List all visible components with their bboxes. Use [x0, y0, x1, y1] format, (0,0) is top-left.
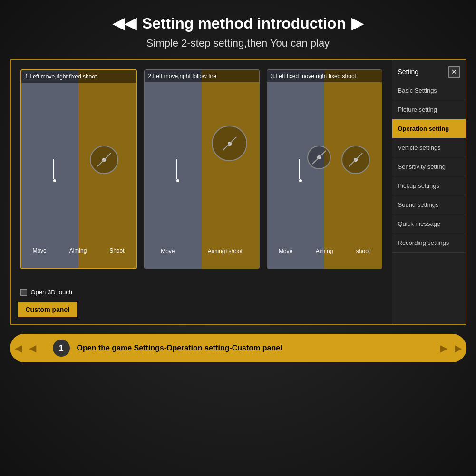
aim-inner-2 — [228, 142, 232, 146]
main-content: 1.Left move,right fixed shoot Move Aim — [11, 60, 392, 324]
option-1-bottom: Move Aiming Shoot — [21, 247, 136, 254]
option-2-label: 2.Left move,right follow fire — [145, 70, 259, 82]
sidebar-item-operation-setting[interactable]: Operation setting — [392, 119, 466, 138]
move-dot-2 — [176, 179, 179, 182]
page-container: ◀◀ Setting method introduction ▶ Simple … — [0, 0, 476, 476]
open-3d-toggle[interactable]: Open 3D touch — [20, 289, 72, 296]
subtitle: Simple 2-step setting,then You can play — [113, 37, 363, 49]
sidebar-item-quick-message[interactable]: Quick message — [392, 214, 466, 233]
label-shoot-3: shoot — [356, 248, 370, 254]
left-nav-arrow-icon: ◀ — [29, 342, 36, 354]
sidebar-title: Setting — [398, 68, 419, 76]
option-2-right — [202, 70, 259, 269]
aim-circle-3-left — [307, 146, 331, 169]
label-move-2: Move — [161, 248, 175, 254]
label-aiming-1: Aiming — [69, 247, 87, 254]
option-1-left — [21, 70, 79, 268]
move-dot-3 — [299, 179, 302, 182]
aim-circle-3-right — [341, 146, 370, 174]
left-double-arrow-icon: ◀◀ — [113, 14, 136, 32]
sidebar-item-basic-settings[interactable]: Basic Settings — [392, 81, 466, 100]
move-line-2 — [176, 159, 177, 179]
sidebar-header: Setting ✕ — [392, 62, 466, 81]
option-card-3[interactable]: 3.Left fixed move,right fixed shoot — [267, 69, 382, 269]
move-line-1 — [53, 159, 54, 179]
aim-circle-2 — [212, 126, 247, 161]
move-line-3 — [299, 159, 300, 179]
header-section: ◀◀ Setting method introduction ▶ Simple … — [113, 14, 363, 49]
game-panel: 1.Left move,right fixed shoot Move Aim — [10, 59, 466, 325]
label-move-1: Move — [32, 247, 46, 254]
option-3-bottom: Move Aiming shoot — [267, 248, 382, 254]
options-area: 1.Left move,right fixed shoot Move Aim — [20, 69, 382, 269]
label-aiming-3: Aiming — [316, 248, 333, 254]
sidebar-item-sensitivity-setting[interactable]: Sensitivity setting — [392, 157, 466, 176]
page-title: Setting method introduction — [142, 15, 346, 32]
step-text: Open the game Settings-Operation setting… — [77, 344, 282, 352]
option-2-bottom: Move Aiming+shoot — [145, 248, 259, 254]
settings-sidebar: Setting ✕ Basic Settings Picture setting… — [392, 60, 466, 324]
close-button[interactable]: ✕ — [448, 66, 460, 78]
open-3d-label: Open 3D touch — [31, 289, 72, 296]
right-arrow-icon: ▶ — [351, 14, 363, 32]
step-number: 1 — [53, 340, 70, 357]
option-3-label: 3.Left fixed move,right fixed shoot — [267, 70, 382, 82]
sidebar-item-pickup-settings[interactable]: Pickup settings — [392, 176, 466, 195]
aim-inner-3-right — [354, 158, 358, 162]
checkbox-3d[interactable] — [20, 289, 27, 296]
sidebar-item-sound-settings[interactable]: Sound settings — [392, 195, 466, 214]
move-dot-1 — [53, 179, 56, 182]
custom-panel-button[interactable]: Custom panel — [18, 302, 78, 317]
option-card-1[interactable]: 1.Left move,right fixed shoot Move Aim — [20, 69, 137, 269]
option-1-label: 1.Left move,right fixed shoot — [21, 70, 136, 83]
aim-inner-1 — [102, 158, 106, 162]
option-2-left — [145, 70, 202, 269]
label-move-3: Move — [279, 248, 292, 254]
sidebar-item-vehicle-settings[interactable]: Vehicle settings — [392, 138, 466, 157]
aim-inner-3-left — [317, 155, 321, 159]
option-1-visual — [21, 70, 136, 268]
option-3-left — [267, 70, 325, 269]
right-nav-arrow-icon: ▶ — [440, 342, 447, 354]
bottom-step-banner: ◀ 1 Open the game Settings-Operation set… — [10, 334, 466, 362]
option-card-2[interactable]: 2.Left move,right follow fire Move Aim — [144, 69, 260, 269]
label-shoot-1: Shoot — [109, 247, 124, 254]
sidebar-item-recording-settings[interactable]: Recording settings — [392, 233, 466, 253]
sidebar-item-picture-setting[interactable]: Picture setting — [392, 100, 466, 119]
label-aiming-2: Aiming+shoot — [208, 248, 243, 254]
option-2-visual — [145, 70, 259, 269]
main-title: ◀◀ Setting method introduction ▶ — [113, 14, 363, 32]
